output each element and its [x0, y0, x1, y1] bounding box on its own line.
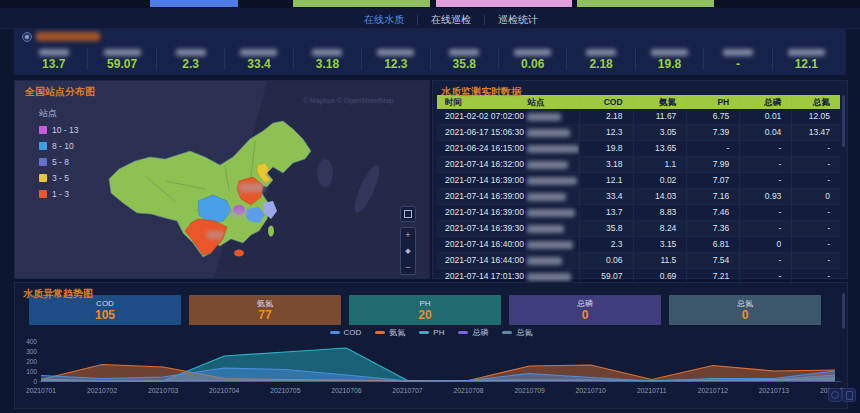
stat-label-redacted	[312, 49, 342, 56]
table-row[interactable]: 2021-06-24 16:15:0019.813.65---	[437, 141, 840, 157]
page-icon	[846, 391, 853, 400]
table-row[interactable]: 2021-07-14 16:32:003.181.17.99--	[437, 157, 840, 173]
cell-value: 7.16	[686, 189, 739, 204]
trend-card[interactable]: 总氮0	[669, 295, 821, 325]
cell-station	[525, 173, 578, 188]
tab-bar-container: 在线水质在线巡检巡检统计	[0, 8, 860, 29]
cell-value: 14.03	[633, 189, 687, 204]
map-legend-item[interactable]: 5 - 8	[39, 157, 78, 167]
trend-card[interactable]: PH20	[349, 295, 501, 325]
cell-station	[525, 205, 578, 220]
floating-widget-icon[interactable]	[828, 388, 842, 402]
trend-panel-scrollbar[interactable]	[842, 293, 845, 329]
stat-value: 2.3	[182, 59, 199, 70]
column-header: PH	[686, 95, 739, 109]
stat-value: 13.7	[42, 59, 65, 70]
map-legend-item[interactable]: 10 - 13	[39, 125, 78, 135]
stat-item: 13.7	[20, 49, 87, 70]
map-label-redacted	[207, 231, 223, 239]
map-fullscreen-button[interactable]	[400, 206, 416, 222]
cell-station	[525, 253, 578, 268]
stat-label-redacted	[514, 49, 551, 56]
cell-value: 12.1	[579, 173, 633, 188]
stat-item: 2.3	[157, 49, 224, 70]
tab-online-water[interactable]: 在线水质	[360, 11, 408, 29]
x-tick-label: 20210708	[453, 387, 483, 394]
trend-card-label: COD	[96, 300, 114, 308]
stat-item: 33.4	[225, 49, 292, 70]
table-row[interactable]: 2021-07-14 16:44:000.0611.57.54--	[437, 253, 840, 269]
cell-value: 13.47	[791, 125, 840, 140]
table-scrollbar[interactable]	[842, 95, 845, 147]
location-pin-icon	[22, 32, 32, 42]
legend-marker-icon	[502, 331, 512, 334]
cell-value: 3.05	[633, 125, 687, 140]
table-row[interactable]: 2021-07-14 16:39:0012.10.027.07--	[437, 173, 840, 189]
topstrip-segment	[577, 0, 714, 7]
station-name-redacted	[527, 225, 564, 233]
legend-swatch	[39, 190, 47, 198]
cell-time: 2021-06-24 16:15:00	[437, 141, 525, 156]
cell-value: 13.65	[633, 141, 687, 156]
legend-label: 3 - 5	[52, 173, 69, 183]
cell-value: -	[791, 221, 840, 236]
map-zoom-out-button[interactable]: −	[401, 261, 415, 273]
legend-swatch	[39, 126, 47, 134]
cell-value: 7.07	[686, 173, 739, 188]
stats-panel: 13.759.072.333.43.1812.335.80.062.1819.8…	[14, 28, 846, 75]
x-tick-label: 20210711	[637, 387, 667, 394]
x-tick-label: 20210706	[331, 387, 361, 394]
cell-value: -	[686, 141, 739, 156]
cell-value: -	[739, 253, 791, 268]
trend-card-value: 105	[95, 309, 115, 321]
cell-value: 11.67	[633, 109, 687, 124]
stat-item: 3.18	[294, 49, 361, 70]
cell-value: -	[791, 205, 840, 220]
tab-inspection-stats[interactable]: 巡检统计	[494, 11, 542, 29]
stat-label-redacted	[788, 49, 825, 56]
stat-value: -	[736, 59, 740, 70]
map-legend: 站点 10 - 138 - 105 - 83 - 51 - 3	[39, 107, 78, 205]
stat-label-redacted	[651, 49, 688, 56]
y-tick-label: 400	[26, 338, 37, 345]
cell-value: 7.99	[686, 157, 739, 172]
cell-value: 0.04	[739, 125, 791, 140]
map-legend-item[interactable]: 8 - 10	[39, 141, 78, 151]
tab-bar: 在线水质在线巡检巡检统计	[360, 11, 542, 29]
table-row[interactable]: 2021-07-14 16:40:002.33.156.810-	[437, 237, 840, 253]
map-legend-item[interactable]: 3 - 5	[39, 173, 78, 183]
table-row[interactable]: 2021-07-14 16:39:0033.414.037.160.930	[437, 189, 840, 205]
trend-chart-svg[interactable]: 0100200300400202107012021070220210703202…	[15, 335, 847, 401]
hainan-island[interactable]	[234, 250, 244, 257]
legend-marker-icon	[419, 331, 429, 334]
cell-value: -	[791, 237, 840, 252]
station-name-redacted	[527, 193, 566, 201]
y-tick-label: 0	[33, 378, 37, 385]
x-tick-label: 20210710	[576, 387, 606, 394]
taiwan-island[interactable]	[268, 226, 274, 237]
floating-note-icon[interactable]	[842, 388, 856, 402]
cell-value: -	[739, 173, 791, 188]
trend-card[interactable]: 总磷0	[509, 295, 661, 325]
cell-station	[525, 141, 578, 156]
trend-card[interactable]: 氨氮77	[189, 295, 341, 325]
cell-value: 0	[791, 189, 840, 204]
cell-value: 6.75	[686, 109, 739, 124]
cell-station	[525, 157, 578, 172]
table-row[interactable]: 2021-02-02 07:02:002.1811.676.750.0112.0…	[437, 109, 840, 125]
map-legend-item[interactable]: 1 - 3	[39, 189, 78, 199]
column-header: 总氮	[791, 95, 840, 109]
map-zoom-in-button[interactable]: +	[401, 229, 415, 241]
map-legend-title: 站点	[39, 107, 78, 120]
tab-online-inspection[interactable]: 在线巡检	[427, 11, 475, 29]
trend-card-label: PH	[419, 300, 430, 308]
cell-value: 12.3	[579, 125, 633, 140]
table-row[interactable]: 2021-06-17 15:06:3012.33.057.390.0413.47	[437, 125, 840, 141]
cell-value: 1.1	[633, 157, 687, 172]
legend-marker-icon	[375, 331, 385, 334]
map-compass-icon[interactable]: ◆	[405, 247, 410, 255]
stat-label-redacted	[449, 49, 479, 56]
table-row[interactable]: 2021-07-14 16:39:3035.88.247.36--	[437, 221, 840, 237]
stat-value: 12.3	[384, 59, 407, 70]
table-row[interactable]: 2021-07-14 16:39:0013.78.837.46--	[437, 205, 840, 221]
